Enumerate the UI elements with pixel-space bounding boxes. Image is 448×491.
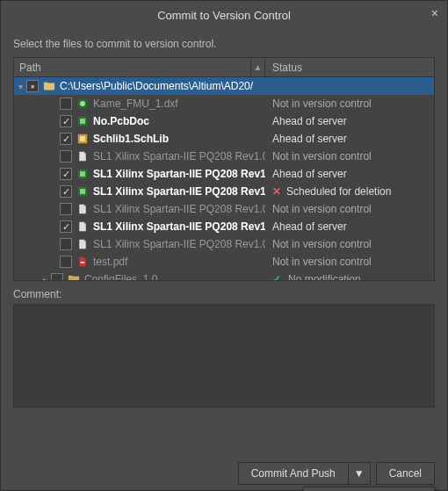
status-text: Not in version control xyxy=(272,256,372,268)
status-text: Not in version control xyxy=(272,238,372,250)
checkbox[interactable] xyxy=(60,168,72,180)
status-text: Not in version control xyxy=(272,203,372,215)
svg-point-1 xyxy=(80,101,85,106)
status-text: No modification xyxy=(288,273,361,280)
expand-icon[interactable]: ▸ xyxy=(39,275,51,281)
dialog-content: Select the files to commit to version co… xyxy=(1,29,447,453)
checkbox[interactable] xyxy=(26,80,39,92)
column-header-path[interactable]: Path xyxy=(14,58,251,76)
check-icon: ✓ xyxy=(272,273,281,280)
file-name: SL1 Xilinx Spartan-IIE PQ208 Rev1.02.P xyxy=(93,203,265,215)
file-icon xyxy=(76,184,90,199)
file-row[interactable]: Schlib1.SchLibAhead of server xyxy=(14,130,434,148)
checkbox[interactable] xyxy=(60,220,72,233)
checkbox[interactable] xyxy=(60,150,72,162)
file-row[interactable]: No.PcbDocAhead of server xyxy=(14,112,434,130)
file-name: Kame_FMU_1.dxf xyxy=(93,97,178,110)
checkbox[interactable] xyxy=(60,256,72,268)
svg-rect-7 xyxy=(80,171,85,177)
commit-push-dropdown-toggle[interactable]: ▼ xyxy=(348,462,371,485)
file-row[interactable]: SL1 Xilinx Spartan-IIE PQ208 Rev1.02.hNo… xyxy=(14,148,434,165)
checkbox[interactable] xyxy=(51,273,63,280)
checkbox[interactable] xyxy=(60,115,72,127)
file-icon xyxy=(76,167,90,181)
status-text: Ahead of server xyxy=(272,168,347,180)
comment-label: Comment: xyxy=(13,288,435,300)
checkbox[interactable] xyxy=(60,238,72,250)
file-name: SL1 Xilinx Spartan-IIE PQ208 Rev1.02.h xyxy=(93,150,265,162)
dropdown-item-commit-push[interactable]: Commit And Push xyxy=(304,487,434,491)
file-row[interactable]: Kame_FMU_1.dxfNot in version control xyxy=(14,95,434,112)
commit-dropdown-menu: Commit And Push Commit xyxy=(303,487,435,491)
file-icon xyxy=(76,255,90,269)
file-name: Schlib1.SchLib xyxy=(93,133,169,145)
column-header-status[interactable]: Status xyxy=(265,58,434,76)
file-grid: Path ▲ Status ▾ C:\Users\Public\Document… xyxy=(13,57,435,281)
folder-icon xyxy=(42,79,56,93)
delete-x-icon: ✕ xyxy=(272,185,281,198)
grid-body: ▾ C:\Users\Public\Documents\Altium\AD20/… xyxy=(14,77,434,280)
file-icon xyxy=(76,114,90,128)
file-icon xyxy=(76,220,90,234)
grid-header: Path ▲ Status xyxy=(14,58,434,77)
status-text: Ahead of server xyxy=(272,115,347,127)
status-text: Ahead of server xyxy=(272,220,347,233)
file-icon xyxy=(76,202,90,216)
file-icon xyxy=(76,149,90,163)
folder-row-sub[interactable]: ▸ ConfigFiles_1.0 ✓ No modification xyxy=(14,271,434,280)
file-icon xyxy=(76,237,90,251)
file-name: No.PcbDoc xyxy=(93,115,149,127)
file-row[interactable]: test.pdfNot in version control xyxy=(14,253,434,271)
status-text: Not in version control xyxy=(272,97,372,110)
checkbox[interactable] xyxy=(60,185,72,198)
svg-rect-10 xyxy=(81,262,85,264)
file-name: SL1 Xilinx Spartan-IIE PQ208 Rev1.02.P xyxy=(93,220,265,233)
file-row[interactable]: SL1 Xilinx Spartan-IIE PQ208 Rev1.02.tNo… xyxy=(14,235,434,253)
dialog-footer: Commit And Push ▼ Cancel Commit And Push… xyxy=(1,453,447,490)
status-text: Not in version control xyxy=(272,150,372,162)
svg-rect-3 xyxy=(80,119,85,124)
file-name: SL1 Xilinx Spartan-IIE PQ208 Rev1.02.t xyxy=(93,238,265,250)
folder-path: C:\Users\Public\Documents\Altium\AD20/ xyxy=(60,80,253,92)
file-name: SL1 Xilinx Spartan-IIE PQ208 Rev1.02.P xyxy=(93,168,265,180)
cancel-button[interactable]: Cancel xyxy=(376,462,435,485)
instruction-text: Select the files to commit to version co… xyxy=(13,38,435,50)
status-text: Scheduled for deletion xyxy=(286,185,391,198)
svg-rect-9 xyxy=(80,189,85,194)
svg-rect-5 xyxy=(80,136,85,141)
file-row[interactable]: SL1 Xilinx Spartan-IIE PQ208 Rev1.02.PNo… xyxy=(14,200,434,218)
commit-push-button[interactable]: Commit And Push xyxy=(238,462,348,485)
file-icon xyxy=(76,97,90,111)
titlebar: Commit to Version Control × xyxy=(1,1,447,29)
checkbox[interactable] xyxy=(60,203,72,215)
file-row[interactable]: SL1 Xilinx Spartan-IIE PQ208 Rev1.02.P✕S… xyxy=(14,183,434,200)
commit-dialog: Commit to Version Control × Select the f… xyxy=(0,0,448,491)
sort-arrow-icon[interactable]: ▲ xyxy=(251,58,265,76)
file-row[interactable]: SL1 Xilinx Spartan-IIE PQ208 Rev1.02.PAh… xyxy=(14,218,434,235)
chevron-down-icon: ▼ xyxy=(354,467,365,480)
dialog-title: Commit to Version Control xyxy=(157,9,291,22)
folder-row-root[interactable]: ▾ C:\Users\Public\Documents\Altium\AD20/ xyxy=(14,77,434,95)
comment-textarea[interactable] xyxy=(13,304,435,408)
file-name: test.pdf xyxy=(93,256,127,268)
expand-icon[interactable]: ▾ xyxy=(14,82,26,91)
close-icon[interactable]: × xyxy=(431,6,438,20)
checkbox[interactable] xyxy=(60,97,72,110)
status-text: Ahead of server xyxy=(272,133,347,145)
file-row[interactable]: SL1 Xilinx Spartan-IIE PQ208 Rev1.02.PAh… xyxy=(14,165,434,183)
checkbox[interactable] xyxy=(60,133,72,145)
file-icon xyxy=(76,132,90,146)
folder-icon xyxy=(67,272,81,280)
file-name: SL1 Xilinx Spartan-IIE PQ208 Rev1.02.P xyxy=(93,185,265,198)
folder-name: ConfigFiles_1.0 xyxy=(84,273,157,280)
commit-push-button-group: Commit And Push ▼ xyxy=(238,462,371,485)
